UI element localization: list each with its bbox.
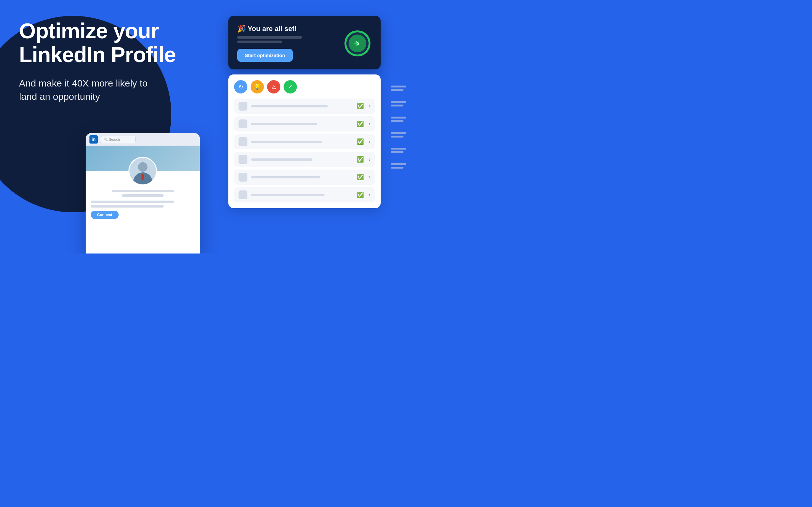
check-circle-icon: ✓ bbox=[288, 83, 293, 90]
linkedin-avatar-area bbox=[86, 157, 200, 185]
item-lines bbox=[251, 194, 353, 196]
list-item[interactable]: ✅ › bbox=[234, 187, 375, 203]
search-icon: 🔍 bbox=[104, 137, 107, 141]
linkedin-mockup: in 🔍 Search Connect bbox=[86, 133, 200, 253]
avatar-person bbox=[133, 162, 152, 184]
item-check-icon: ✅ bbox=[357, 174, 364, 181]
item-lines bbox=[251, 105, 353, 107]
lightbulb-icon: 💡 bbox=[254, 83, 261, 90]
item-thumbnail bbox=[239, 190, 247, 199]
avatar-body bbox=[133, 172, 152, 184]
linkedin-button-row: Connect bbox=[86, 208, 200, 222]
list-items-container: ✅ › ✅ › ✅ › bbox=[234, 99, 375, 203]
item-thumbnail bbox=[239, 119, 247, 128]
list-item[interactable]: ✅ › bbox=[234, 99, 375, 114]
progress-ring bbox=[343, 29, 372, 58]
item-lines bbox=[251, 176, 353, 178]
linkedin-body: Connect bbox=[86, 146, 200, 222]
item-check-icon: ✅ bbox=[357, 156, 364, 163]
item-thumbnail bbox=[239, 155, 247, 164]
hero-content: Optimize your LinkedIn Profile And make … bbox=[19, 19, 176, 103]
item-thumbnail bbox=[239, 137, 247, 146]
set-card-title: 🎉 You are all set! bbox=[237, 25, 337, 33]
avatar bbox=[129, 157, 157, 185]
optimization-panel: 🎉 You are all set! Start optimization bbox=[229, 16, 380, 208]
item-arrow-icon: › bbox=[369, 103, 370, 109]
item-check-icon: ✅ bbox=[357, 120, 364, 127]
item-lines bbox=[251, 158, 353, 161]
filter-row: ↻ 💡 ⚠ ✓ bbox=[234, 80, 375, 94]
item-lines bbox=[251, 123, 353, 125]
warning-icon: ⚠ bbox=[271, 84, 276, 90]
main-heading: Optimize your LinkedIn Profile bbox=[19, 19, 176, 66]
linkedin-logo-icon: in bbox=[90, 135, 98, 144]
partial-right-decoration bbox=[387, 82, 406, 172]
ring-inner bbox=[343, 29, 372, 58]
sub-heading: And make it 40X more likely to land an o… bbox=[19, 77, 176, 103]
all-set-card: 🎉 You are all set! Start optimization bbox=[229, 16, 380, 69]
refresh-icon: ↻ bbox=[239, 83, 243, 90]
item-arrow-icon: › bbox=[369, 157, 370, 162]
item-check-icon: ✅ bbox=[357, 138, 364, 145]
page: { "background": { "color": "#2563EB" }, … bbox=[0, 0, 406, 253]
item-check-icon: ✅ bbox=[357, 103, 364, 110]
item-thumbnail bbox=[239, 173, 247, 181]
item-arrow-icon: › bbox=[369, 139, 370, 145]
filter-refresh-button[interactable]: ↻ bbox=[234, 80, 247, 94]
set-card-lines bbox=[237, 36, 337, 43]
verified-check-icon bbox=[353, 39, 362, 48]
list-item[interactable]: ✅ › bbox=[234, 116, 375, 131]
list-item[interactable]: ✅ › bbox=[234, 134, 375, 149]
linkedin-profile-lines bbox=[86, 185, 200, 208]
checkmark-badge bbox=[349, 35, 366, 52]
linkedin-header: in 🔍 Search bbox=[86, 133, 200, 146]
item-check-icon: ✅ bbox=[357, 191, 364, 199]
start-optimization-button[interactable]: Start optimization bbox=[237, 49, 293, 62]
set-card-left: 🎉 You are all set! Start optimization bbox=[237, 25, 337, 62]
list-card: ↻ 💡 ⚠ ✓ ✅ › bbox=[229, 74, 380, 208]
item-thumbnail bbox=[239, 102, 247, 111]
linkedin-search-bar: 🔍 Search bbox=[101, 135, 136, 143]
avatar-head bbox=[138, 162, 148, 172]
list-item[interactable]: ✅ › bbox=[234, 170, 375, 185]
filter-warning-button[interactable]: ⚠ bbox=[267, 80, 281, 94]
list-item[interactable]: ✅ › bbox=[234, 152, 375, 167]
item-lines bbox=[251, 141, 353, 143]
item-arrow-icon: › bbox=[369, 174, 370, 180]
linkedin-connect-button[interactable]: Connect bbox=[91, 211, 119, 219]
item-arrow-icon: › bbox=[369, 121, 370, 127]
item-arrow-icon: › bbox=[369, 192, 370, 198]
filter-check-button[interactable]: ✓ bbox=[284, 80, 297, 94]
filter-idea-button[interactable]: 💡 bbox=[251, 80, 264, 94]
avatar-tie bbox=[142, 174, 144, 180]
set-card-right bbox=[343, 29, 372, 58]
